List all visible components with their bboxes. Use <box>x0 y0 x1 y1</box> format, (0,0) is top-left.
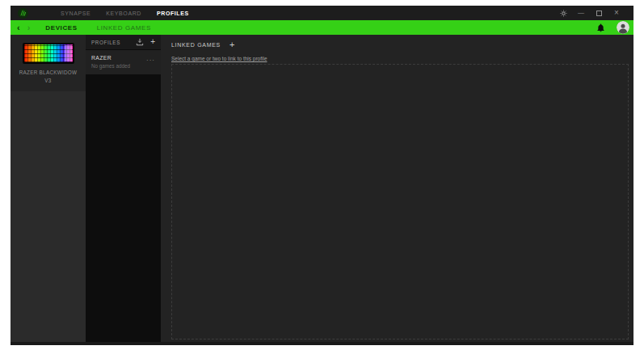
profile-subtitle: No games added <box>91 63 155 69</box>
profile-options-icon[interactable]: ··· <box>146 57 155 64</box>
razer-logo-icon[interactable] <box>18 8 28 19</box>
forward-arrow-icon[interactable]: › <box>27 23 31 32</box>
add-profile-button[interactable]: + <box>150 38 155 46</box>
select-game-link[interactable]: Select a game or two to link to this pro… <box>171 56 267 61</box>
profiles-title: PROFILES <box>91 40 120 45</box>
keyboard-rgb-keys <box>24 44 73 62</box>
settings-gear-icon[interactable] <box>559 9 567 17</box>
content-area: RAZER BLACKWIDOW V3 PROFILES + RAZER No … <box>11 35 633 342</box>
maximize-button[interactable] <box>595 9 603 17</box>
import-profile-icon[interactable] <box>136 38 144 46</box>
menu-item-profiles[interactable]: PROFILES <box>157 11 189 16</box>
minimize-button[interactable]: — <box>577 9 585 17</box>
window-bottom-edge <box>11 342 633 345</box>
profiles-header: PROFILES + <box>86 35 161 50</box>
title-bar: SYNAPSE KEYBOARD PROFILES — × <box>11 6 633 20</box>
profiles-panel: PROFILES + RAZER No games added ··· <box>86 35 161 342</box>
device-name: RAZER BLACKWIDOW V3 <box>11 69 86 85</box>
back-arrow-icon[interactable]: ‹ <box>17 23 20 32</box>
synapse-window: SYNAPSE KEYBOARD PROFILES — × <box>11 6 633 345</box>
maximize-icon <box>596 11 602 16</box>
window-controls: — × <box>559 9 633 17</box>
close-button[interactable]: × <box>612 9 621 17</box>
linked-games-panel: LINKED GAMES + Select a game or two to l… <box>161 35 633 342</box>
linked-games-dropzone[interactable] <box>171 64 629 339</box>
notifications-bell-icon[interactable] <box>596 23 605 32</box>
menu-item-keyboard[interactable]: KEYBOARD <box>106 11 141 16</box>
device-list-panel: RAZER BLACKWIDOW V3 <box>11 35 86 342</box>
device-item-blackwidow-v3[interactable]: RAZER BLACKWIDOW V3 <box>11 35 86 91</box>
nav-bar: ‹ › DEVICES LINKED GAMES <box>11 20 633 35</box>
menu-item-synapse[interactable]: SYNAPSE <box>61 11 90 16</box>
linked-games-header: LINKED GAMES + <box>171 40 234 49</box>
linked-games-title: LINKED GAMES <box>171 42 221 48</box>
app-menu: SYNAPSE KEYBOARD PROFILES <box>61 11 189 16</box>
tab-linked-games[interactable]: LINKED GAMES <box>97 24 151 32</box>
profile-list-item[interactable]: RAZER No games added ··· <box>86 50 161 74</box>
user-avatar[interactable] <box>617 21 629 34</box>
keyboard-thumbnail <box>23 43 74 64</box>
add-linked-game-button[interactable]: + <box>229 40 234 49</box>
tab-devices[interactable]: DEVICES <box>45 24 77 32</box>
